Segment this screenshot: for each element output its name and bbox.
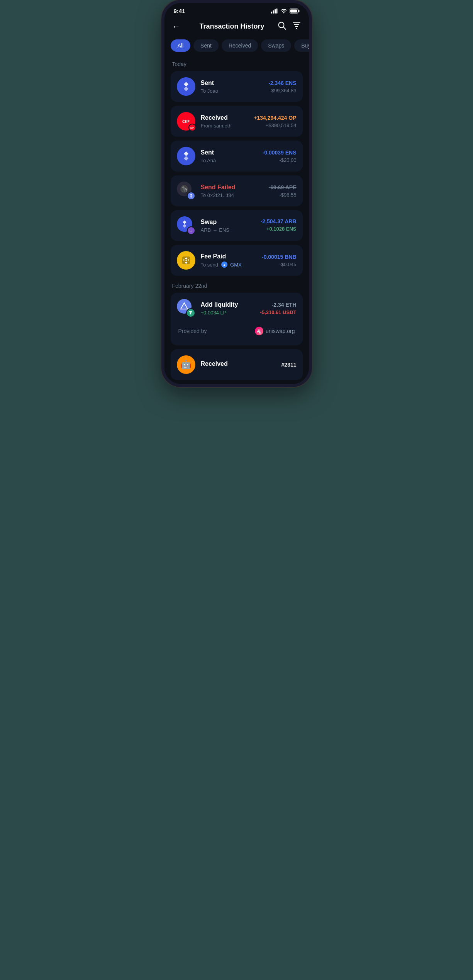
filter-button[interactable] — [292, 21, 301, 32]
uniswap-icon: 🦄 — [255, 327, 263, 335]
date-label-feb22: February 22nd — [171, 280, 303, 293]
tx-title: Sent — [201, 149, 257, 156]
tx-title: Received — [201, 114, 249, 121]
tx-subtitle: ARB → ENS — [201, 227, 255, 233]
svg-rect-7 — [298, 10, 299, 12]
transaction-item[interactable]: ₮ Add liquidity +0.0034 LP -2.34 ETH -5,… — [171, 293, 303, 345]
time-display: 9:41 — [174, 8, 185, 14]
tab-received[interactable]: Received — [222, 39, 258, 52]
swap-arrow: → — [212, 227, 217, 233]
tx-amounts: -69.69 APE -$96.55 — [269, 184, 297, 198]
tx-subtitle: To Ana — [201, 158, 257, 163]
tx-amounts: -0.00039 ENS -$20.00 — [263, 149, 297, 163]
provided-by-label: Provided by — [178, 328, 207, 334]
transaction-item[interactable]: 🤖 Received #2311 — [171, 349, 303, 380]
tx-amount-eth: -2.34 ETH — [260, 302, 297, 308]
tx-amount-secondary: +$390,519.54 — [254, 122, 296, 128]
token-icon-ape: 🦍 — [177, 182, 195, 200]
tx-amount-primary: -0.00039 ENS — [263, 149, 297, 156]
op-badge: OP — [188, 124, 196, 131]
tx-amount-primary: #2311 — [281, 362, 297, 368]
transaction-item[interactable]: Sent To Ana -0.00039 ENS -$20.00 — [171, 141, 303, 172]
tx-subtitle: To Joao — [201, 88, 263, 94]
transaction-item[interactable]: OP OP Received From sam.eth +134,294.424… — [171, 106, 303, 137]
tx-info: Swap ARB → ENS — [201, 219, 255, 233]
signal-icon — [271, 8, 278, 14]
tx-title: Received — [201, 360, 276, 367]
svg-text:🦍: 🦍 — [181, 186, 188, 192]
tab-all[interactable]: All — [171, 39, 191, 52]
svg-rect-6 — [290, 10, 297, 13]
provider-link[interactable]: 🦄 uniswap.org — [255, 327, 295, 335]
tx-info: Add liquidity +0.0034 LP — [201, 301, 255, 316]
token-icon-ens — [177, 77, 195, 96]
swap-from: ARB — [201, 227, 211, 233]
filter-tabs: All Sent Received Swaps Buy Se… — [164, 38, 309, 58]
token-icon-ens — [177, 147, 195, 165]
svg-rect-2 — [275, 9, 276, 14]
token-icon-swap: ↔ — [177, 216, 195, 235]
tx-title-failed: Send Failed — [201, 184, 263, 191]
svg-marker-13 — [181, 303, 188, 309]
tx-title: Swap — [201, 219, 255, 226]
tx-info: Fee Paid To send ▲ GMX — [201, 253, 257, 268]
tx-subtitle: +0.0034 LP — [201, 310, 255, 316]
swap-to: ENS — [219, 227, 229, 233]
tx-amount-secondary: -$96.55 — [269, 192, 297, 198]
tx-subtitle: To send ▲ GMX — [201, 262, 257, 268]
header: ← Transaction History — [164, 17, 309, 38]
back-button[interactable]: ← — [172, 22, 186, 32]
fee-label: To send — [201, 262, 219, 268]
header-actions — [278, 21, 301, 32]
wifi-icon — [280, 8, 287, 14]
status-icons — [271, 8, 300, 14]
tx-subtitle: To 0×2f21...f34 — [201, 192, 263, 198]
svg-point-4 — [283, 12, 284, 14]
tx-info: Received From sam.eth — [201, 114, 249, 129]
tx-amount-primary: -69.69 APE — [269, 184, 297, 190]
tx-amounts: #2311 — [281, 362, 297, 368]
svg-line-9 — [283, 27, 286, 29]
provided-by-row: Provided by 🦄 uniswap.org — [177, 323, 297, 339]
tx-amount-secondary: -$99,364.83 — [268, 88, 296, 93]
tab-buy[interactable]: Buy — [294, 39, 309, 52]
tab-sent[interactable]: Sent — [193, 39, 219, 52]
svg-rect-0 — [271, 12, 272, 14]
svg-rect-1 — [273, 10, 274, 14]
tx-title: Fee Paid — [201, 253, 257, 260]
svg-rect-3 — [276, 8, 277, 14]
token-icon-liquidity: ₮ — [177, 299, 195, 318]
tx-info: Sent To Ana — [201, 149, 257, 163]
transaction-item[interactable]: 🦍 Send Failed To 0×2f21...f34 -69.69 APE… — [171, 175, 303, 206]
phone-frame: 9:41 ← Tra — [161, 0, 312, 387]
tx-info: Received — [201, 360, 276, 369]
transaction-list: Today Sent To Joao -2.346 ENS -$99,364.8… — [164, 58, 309, 380]
tx-amount-primary: -2,504.37 ARB — [261, 218, 297, 224]
transaction-item[interactable]: Fee Paid To send ▲ GMX -0.00015 BNB -$0.… — [171, 245, 303, 276]
token-icon-nft: 🤖 — [177, 355, 195, 374]
tx-amounts: -0.00015 BNB -$0.045 — [262, 254, 297, 267]
tx-amount-primary: -2.346 ENS — [268, 80, 296, 86]
page-title: Transaction History — [199, 22, 264, 31]
date-label-today: Today — [171, 58, 303, 71]
gmx-token: GMX — [230, 262, 242, 268]
gmx-icon: ▲ — [221, 262, 227, 268]
token-icon-bnb — [177, 251, 195, 270]
token-icon-op: OP OP — [177, 112, 195, 131]
transaction-item[interactable]: Sent To Joao -2.346 ENS -$99,364.83 — [171, 71, 303, 102]
tx-amount-primary: +134,294.424 OP — [254, 115, 296, 121]
tx-amount-usdt: -5,310.61 USDT — [260, 309, 297, 315]
transaction-item[interactable]: ↔ Swap ARB → ENS -2,504.37 ARB +0.1028 E… — [171, 210, 303, 241]
search-button[interactable] — [278, 21, 286, 32]
tx-amount-primary: -0.00015 BNB — [262, 254, 297, 260]
tx-info: Sent To Joao — [201, 80, 263, 94]
tx-amounts: -2,504.37 ARB +0.1028 ENS — [261, 218, 297, 233]
tx-info: Send Failed To 0×2f21...f34 — [201, 184, 263, 198]
tx-amounts: +134,294.424 OP +$390,519.54 — [254, 115, 296, 128]
tx-amount-secondary: -$20.00 — [263, 157, 297, 163]
tab-swaps[interactable]: Swaps — [261, 39, 291, 52]
notch — [214, 3, 260, 14]
tx-amount-secondary: -$0.045 — [262, 262, 297, 267]
battery-icon — [290, 8, 300, 14]
tx-amounts: -2.34 ETH -5,310.61 USDT — [260, 302, 297, 315]
